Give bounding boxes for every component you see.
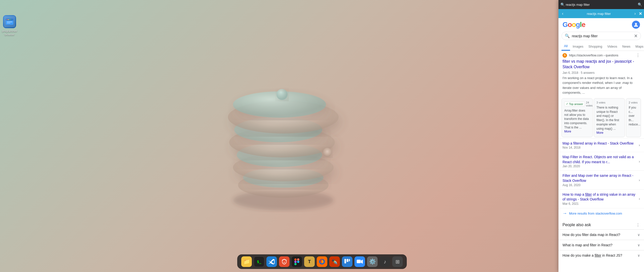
svg-point-4 (10, 19, 11, 20)
related-result-3-arrow: › (639, 178, 640, 182)
related-result-2-meta: Jan 20, 2020 (562, 164, 639, 168)
close-button[interactable]: ✕ (639, 11, 642, 16)
svg-rect-0 (6, 19, 13, 25)
svg-rect-26 (347, 259, 348, 262)
main-result-title[interactable]: filter vs map reactjs and jsx - javascri… (558, 58, 644, 71)
taskbar-icon-settings[interactable]: ⚙️ (367, 256, 378, 267)
svg-rect-25 (344, 259, 346, 263)
search-input[interactable] (572, 34, 632, 38)
people-also-ask-section: People also ask ⋮ How do you filter data… (558, 221, 644, 260)
svg-rect-6 (7, 23, 10, 23)
svg-point-2 (7, 19, 8, 20)
tab-videos[interactable]: Videos (605, 43, 620, 50)
answer-2-more[interactable]: More (596, 131, 603, 134)
related-result-3-title: Filter and Map over the same array in Re… (562, 173, 639, 183)
tab-news[interactable]: News (620, 43, 633, 50)
google-content: Google 🔍 ✕ All Images Shopping (558, 18, 644, 272)
taskbar-icon-kanban[interactable] (342, 256, 352, 267)
related-result-4-meta: Mar 6, 2021 (562, 202, 639, 206)
svg-rect-19 (297, 258, 299, 261)
answer-1-text: Array.filter does not allow you to trans… (564, 109, 590, 130)
svg-point-22 (297, 261, 299, 263)
taskbar-icon-apps[interactable]: ⊞ (392, 256, 403, 267)
taskbar: 📁 $_ T (237, 254, 407, 269)
desktop-icon-label: programmer browser (2, 29, 17, 37)
answer-3-votes: 2 votes (629, 101, 637, 104)
svg-point-3 (8, 19, 9, 20)
taskbar-icon-terminal[interactable]: $_ (254, 256, 264, 267)
answer-box-2[interactable]: 3 votes There is nothing unique to React… (594, 98, 625, 137)
related-result-4-arrow: › (639, 197, 640, 201)
google-header: Google (558, 18, 644, 31)
tab-shopping[interactable]: Shopping (586, 43, 605, 50)
top-answer-badge: ✓ Top answer (564, 101, 585, 106)
result-snippet: I'm working on a react project to learn … (558, 75, 644, 97)
answer-1-votes: 24 votes (586, 101, 592, 107)
svg-point-14 (228, 101, 339, 133)
paa-item-2[interactable]: What is map and filter in React? ∨ (558, 240, 644, 250)
related-result-2-title: Map Filter in React. Objects are not val… (562, 155, 639, 164)
top-search-icon: 🔍 (560, 3, 565, 7)
more-results-row[interactable]: → More results from stackoverflow.com (558, 208, 644, 219)
svg-point-11 (237, 143, 322, 167)
user-avatar[interactable] (632, 21, 640, 29)
paa-item-3-chevron: ∨ (637, 253, 640, 257)
related-result-3[interactable]: Filter and Map over the same array in Re… (558, 171, 644, 189)
search-bar[interactable]: 🔍 ✕ (561, 32, 641, 40)
answer-boxes: ✓ Top answer 24 votes Array.filter does … (561, 98, 641, 137)
top-search-input[interactable] (566, 3, 637, 7)
paa-menu-button[interactable]: ⋮ (636, 223, 640, 227)
related-result-1-arrow: › (639, 143, 640, 147)
answer-1-more[interactable]: More (564, 130, 571, 133)
back-button[interactable]: ‹ (560, 11, 565, 16)
source-url: https://stackoverflow.com › questions (569, 54, 634, 57)
svg-rect-1 (6, 19, 13, 21)
paa-item-3[interactable]: How do you make a filter in React JS? ∨ (558, 250, 644, 260)
related-result-1-title: Map a filtered array in React - Stack Ov… (562, 141, 639, 146)
search-clear-button[interactable]: ✕ (634, 34, 638, 38)
taskbar-icon-firefox[interactable] (317, 256, 327, 267)
forward-button[interactable]: › (633, 11, 637, 16)
svg-rect-5 (7, 22, 12, 22)
tab-images[interactable]: Images (570, 43, 586, 50)
taskbar-icon-editor[interactable]: ✒️ (329, 256, 340, 267)
url-bar: reactjs map filter (566, 12, 631, 16)
answer-box-3[interactable]: 2 votes If you c... over th... reduce... (626, 98, 641, 137)
svg-point-8 (238, 173, 329, 198)
svg-point-9 (243, 167, 324, 188)
paa-item-3-text: How do you make a filter in React JS? (562, 253, 622, 257)
paa-heading: People also ask (562, 223, 591, 227)
tab-all[interactable]: All (561, 42, 570, 51)
taskbar-icon-files[interactable]: 📁 (241, 256, 252, 267)
related-result-1-meta: Nov 14, 2018 (562, 146, 639, 149)
taskbar-icon-vscode[interactable] (266, 256, 277, 267)
browser-nav-bar: ‹ reactjs map filter › ✕ (558, 9, 644, 18)
related-result-2[interactable]: Map Filter in React. Objects are not val… (558, 152, 644, 171)
top-search-submit-icon[interactable]: 🔍 (638, 3, 642, 7)
svg-point-29 (635, 23, 637, 25)
source-menu-button[interactable]: ⋮ (636, 53, 640, 58)
taskbar-icon-zoom[interactable] (354, 256, 365, 267)
svg-point-13 (234, 117, 322, 142)
related-result-1[interactable]: Map a filtered array in React - Stack Ov… (558, 138, 644, 152)
paa-item-1[interactable]: How do you filter data map in React? ∨ (558, 229, 644, 240)
browser-panel: 🔍 🔍 ‹ reactjs map filter › ✕ Google (558, 0, 644, 272)
answer-3-text: If you c... over th... reduce... (629, 106, 638, 127)
programmer-browser-icon (3, 15, 16, 28)
google-logo: Google (562, 21, 585, 29)
answer-2-text: There is nothing unique to React and map… (596, 106, 622, 131)
taskbar-icon-typora[interactable]: T (304, 256, 315, 267)
svg-rect-21 (294, 263, 297, 265)
more-results-arrow-icon: → (562, 211, 567, 216)
tab-maps[interactable]: Maps (633, 43, 644, 50)
paa-item-2-chevron: ∨ (637, 243, 640, 247)
related-result-4[interactable]: How to map a filter of a string value in… (558, 189, 644, 208)
paa-item-1-chevron: ∨ (637, 233, 640, 237)
result-source-row: S https://stackoverflow.com › questions … (558, 51, 644, 58)
taskbar-icon-brave[interactable] (279, 256, 290, 267)
taskbar-icon-music[interactable]: ♪ (380, 256, 390, 267)
taskbar-icon-figma[interactable] (292, 256, 302, 267)
more-results-text: More results from stackoverflow.com (569, 212, 622, 215)
answer-box-1[interactable]: ✓ Top answer 24 votes Array.filter does … (561, 98, 593, 137)
desktop-icon-programmer-browser[interactable]: programmer browser (2, 15, 17, 37)
